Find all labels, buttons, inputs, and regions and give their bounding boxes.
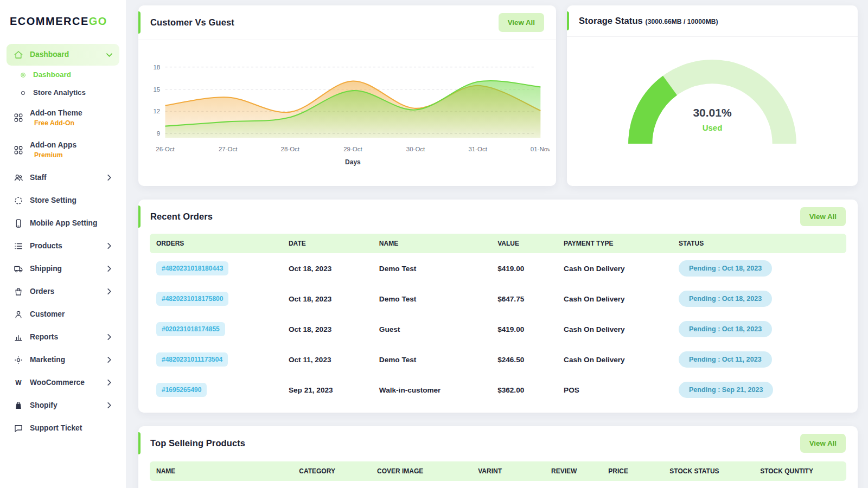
order-payment-type: POS	[557, 375, 672, 405]
sidebar-item-woocommerce[interactable]: WWooCommerce	[7, 372, 119, 394]
sidebar-item-label: Shipping	[30, 264, 62, 273]
target-icon	[14, 355, 23, 365]
phone-icon	[14, 219, 23, 228]
table-row[interactable]	[150, 481, 846, 488]
table-row[interactable]: #4820231011173504Oct 11, 2023Demo Test$2…	[150, 344, 846, 375]
view-all-button[interactable]: View All	[800, 207, 846, 226]
table-row[interactable]: #1695265490Sep 21, 2023Walk-in-customer$…	[150, 375, 846, 405]
sidebar-item-label: Add-on Apps	[30, 140, 76, 150]
sidebar-item-dashboard[interactable]: Dashboard	[7, 67, 119, 84]
area-chart: 912151826-Oct27-Oct28-Oct29-Oct30-Oct31-…	[145, 52, 550, 172]
sidebar-item-label: WooCommerce	[30, 378, 85, 387]
product-varint	[471, 481, 545, 488]
order-payment-type: Cash On Delivery	[557, 284, 672, 314]
product-category	[292, 481, 371, 488]
sidebar-item-label: Products	[30, 241, 62, 251]
sidebar-item-label: Dashboard	[33, 70, 71, 80]
home-icon	[14, 50, 23, 60]
svg-text:30-Oct: 30-Oct	[406, 146, 425, 152]
svg-text:31-Oct: 31-Oct	[468, 146, 487, 152]
users-icon	[14, 173, 23, 183]
list-icon	[14, 241, 23, 251]
view-all-button[interactable]: View All	[499, 13, 544, 32]
chevron-right-icon	[106, 357, 112, 363]
sidebar-item-mobile-app-setting[interactable]: Mobile App Setting	[7, 213, 119, 234]
chevron-right-icon	[106, 175, 112, 181]
sidebar-item-customer[interactable]: Customer	[7, 304, 119, 325]
column-header: CATEGORY	[292, 461, 371, 481]
sidebar-item-label: Reports	[30, 332, 58, 342]
gauge-label: 30.01% Used	[567, 106, 858, 132]
storage-subtitle: (3000.66MB / 10000MB)	[646, 18, 718, 25]
sidebar-item-orders[interactable]: Orders	[7, 281, 119, 303]
svg-text:15: 15	[153, 86, 160, 93]
brand-text-accent: GO	[89, 15, 107, 27]
sidebar-item-label: Staff	[30, 173, 47, 182]
sidebar-item-dashboard[interactable]: Dashboard	[7, 44, 119, 66]
table-row[interactable]: #4820231018175800Oct 18, 2023Demo Test$6…	[150, 284, 846, 314]
order-date: Sep 21, 2023	[282, 375, 373, 405]
table-row[interactable]: #4820231018180443Oct 18, 2023Demo Test$4…	[150, 253, 846, 284]
order-id-badge[interactable]: #020231018174855	[156, 322, 225, 336]
storage-gauge: 30.01% Used	[567, 37, 858, 157]
sidebar-item-shopify[interactable]: Shopify	[7, 395, 119, 416]
svg-text:W: W	[15, 379, 22, 387]
sidebar-item-add-on-apps[interactable]: Add-on AppsPremium	[7, 134, 119, 166]
card-title: Storage Status (3000.66MB / 10000MB)	[579, 16, 718, 26]
card-title: Customer Vs Guest	[150, 17, 234, 28]
chart-icon	[14, 332, 23, 342]
sidebar-item-shipping[interactable]: Shipping	[7, 258, 119, 280]
sidebar-item-marketing[interactable]: Marketing	[7, 349, 119, 371]
order-id-badge[interactable]: #4820231018180443	[156, 261, 228, 275]
sidebar: ECOMMERCEGO DashboardDashboardStore Anal…	[0, 0, 126, 488]
chevron-right-icon	[106, 243, 112, 249]
svg-text:27-Oct: 27-Oct	[219, 146, 238, 152]
order-id-badge[interactable]: #1695265490	[156, 383, 207, 397]
chevron-right-icon	[106, 266, 112, 272]
card-header: Top Selleing Products View All	[138, 426, 858, 460]
sidebar-item-support-ticket[interactable]: Support Ticket	[7, 418, 119, 439]
sidebar-item-add-on-theme[interactable]: Add-on ThemeFree Add-On	[7, 102, 119, 134]
sidebar-item-store-analytics[interactable]: Store Analytics	[7, 85, 119, 101]
order-id-badge[interactable]: #4820231011173504	[156, 352, 228, 367]
order-customer-name: Demo Test	[373, 253, 491, 284]
order-payment-type: Cash On Delivery	[557, 253, 672, 284]
chevron-right-icon	[106, 334, 112, 340]
column-header: ORDERS	[150, 234, 282, 253]
card-header: Recent Orders View All	[138, 200, 858, 234]
column-header: STATUS	[672, 234, 846, 253]
grid-icon	[14, 145, 23, 155]
sidebar-item-staff[interactable]: Staff	[7, 167, 119, 189]
brand-logo[interactable]: ECOMMERCEGO	[7, 11, 119, 44]
svg-text:18: 18	[153, 64, 160, 70]
brand-text: ECOMMERCE	[10, 15, 89, 27]
sidebar-item-label: Customer	[30, 310, 65, 319]
sidebar-item-products[interactable]: Products	[7, 235, 119, 257]
recent-orders-card: Recent Orders View All ORDERSDATENAMEVAL…	[138, 200, 858, 413]
svg-text:01-Nov: 01-Nov	[531, 146, 550, 152]
card-header: Storage Status (3000.66MB / 10000MB)	[567, 5, 858, 37]
sidebar-item-label: Marketing	[30, 355, 65, 364]
product-stock-quantity	[754, 481, 846, 488]
sidebar-nav: DashboardDashboardStore AnalyticsAdd-on …	[7, 44, 119, 439]
bullet-icon	[20, 72, 27, 79]
sidebar-item-store-setting[interactable]: Store Setting	[7, 190, 119, 211]
sidebar-item-badge: Premium	[30, 151, 76, 159]
sidebar-item-reports[interactable]: Reports	[7, 326, 119, 348]
product-price	[602, 481, 663, 488]
order-value: $246.50	[491, 344, 557, 375]
product-name	[150, 481, 292, 488]
order-id-badge[interactable]: #4820231018175800	[156, 292, 228, 306]
order-customer-name: Guest	[373, 314, 491, 344]
sidebar-item-label: Add-on Theme	[30, 108, 82, 118]
table-row[interactable]: #020231018174855Oct 18, 2023Guest$419.00…	[150, 314, 846, 344]
view-all-button[interactable]: View All	[800, 434, 846, 453]
order-date: Oct 18, 2023	[282, 253, 373, 284]
user-icon	[14, 310, 23, 319]
status-badge: Pending : Sep 21, 2023	[679, 382, 773, 398]
order-payment-type: Cash On Delivery	[557, 344, 672, 375]
storage-status-card: Storage Status (3000.66MB / 10000MB) 30.…	[567, 5, 858, 186]
bag-icon	[14, 287, 23, 297]
recent-orders-table: ORDERSDATENAMEVALUEPAYMENT TYPESTATUS #4…	[138, 234, 858, 413]
order-value: $419.00	[491, 314, 557, 344]
